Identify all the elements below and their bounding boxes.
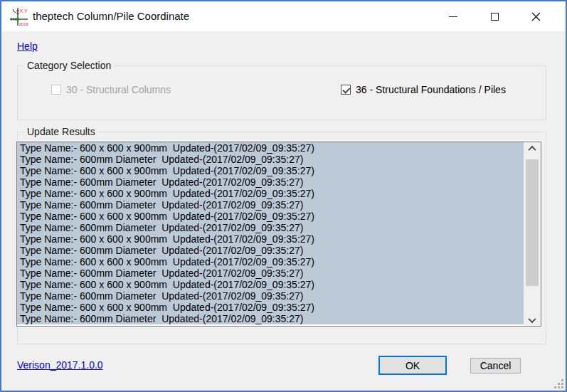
update-results-label: Update Results (24, 126, 98, 137)
ok-button[interactable]: OK (378, 356, 447, 375)
checkbox-structural-foundations-piles[interactable]: 36 - Structural Foundations / Piles (341, 84, 506, 95)
title-bar[interactable]: X,Y 2016 theptech Column/Pile Coordinate (1, 1, 566, 31)
svg-text:2016: 2016 (19, 22, 29, 26)
list-item[interactable]: Type Name:- 600 x 600 x 900mm Updated-(2… (17, 279, 524, 290)
list-item[interactable]: Type Name:- 600 x 600 x 900mm Updated-(2… (17, 233, 524, 245)
list-item[interactable]: Type Name:- 600 x 600 x 900mm Updated-(2… (17, 165, 524, 176)
scrollbar-up-button[interactable] (524, 142, 541, 154)
update-results-listbox[interactable]: Type Name:- 600 x 600 x 900mm Updated-(2… (16, 142, 541, 327)
category-selection-label: Category Selection (24, 60, 114, 71)
list-item[interactable]: Type Name:- 600mm Diameter Updated-(2017… (17, 313, 524, 324)
svg-text:X,Y: X,Y (20, 9, 28, 14)
help-link[interactable]: Help (17, 41, 38, 52)
resize-grip[interactable] (553, 378, 564, 389)
window-title: theptech Column/Pile Coordinate (33, 1, 189, 31)
version-link[interactable]: Verison_2017.1.0.0 (17, 359, 103, 371)
list-item[interactable]: Type Name:- 600 x 600 x 900mm Updated-(2… (17, 142, 524, 154)
minimize-icon (449, 16, 457, 17)
chevron-up-icon (528, 145, 536, 153)
list-item[interactable]: Type Name:- 600mm Diameter Updated-(2017… (17, 176, 524, 188)
list-item[interactable]: Type Name:- 600mm Diameter Updated-(2017… (17, 222, 524, 233)
list-item[interactable]: Type Name:- 600mm Diameter Updated-(2017… (17, 245, 524, 256)
list-item[interactable]: Type Name:- 600mm Diameter Updated-(2017… (17, 199, 524, 211)
scrollbar-down-button[interactable] (524, 314, 541, 326)
checkbox-structural-columns: 30 - Structural Columns (51, 84, 171, 95)
scrollbar-thumb[interactable] (526, 159, 539, 286)
maximize-button[interactable] (478, 5, 511, 28)
checkbox-icon (51, 85, 61, 95)
coordinate-crosshair-icon: X,Y 2016 (9, 7, 29, 27)
close-icon (531, 12, 541, 21)
checkbox-icon[interactable] (341, 85, 351, 95)
checkbox-label: 36 - Structural Foundations / Piles (356, 84, 506, 95)
listbox-items: Type Name:- 600 x 600 x 900mm Updated-(2… (17, 142, 541, 324)
dialog-window: X,Y 2016 theptech Column/Pile Coordinate… (0, 0, 567, 392)
cancel-button[interactable]: Cancel (470, 358, 521, 374)
vertical-scrollbar[interactable] (524, 142, 541, 326)
list-item[interactable]: Type Name:- 600mm Diameter Updated-(2017… (17, 290, 524, 302)
chevron-down-icon (528, 314, 536, 322)
list-item[interactable]: Type Name:- 600mm Diameter Updated-(2017… (17, 154, 524, 165)
list-item[interactable]: Type Name:- 600 x 600 x 900mm Updated-(2… (17, 302, 524, 313)
minimize-button[interactable] (437, 5, 470, 28)
close-button[interactable] (519, 5, 552, 28)
maximize-icon (491, 13, 499, 21)
list-item[interactable]: Type Name:- 600mm Diameter Updated-(2017… (17, 267, 524, 279)
list-item[interactable]: Type Name:- 600 x 600 x 900mm Updated-(2… (17, 211, 524, 222)
list-item[interactable]: Type Name:- 600 x 600 x 900mm Updated-(2… (17, 188, 524, 199)
list-item[interactable]: Type Name:- 600 x 600 x 900mm Updated-(2… (17, 256, 524, 267)
checkbox-label: 30 - Structural Columns (66, 84, 171, 95)
